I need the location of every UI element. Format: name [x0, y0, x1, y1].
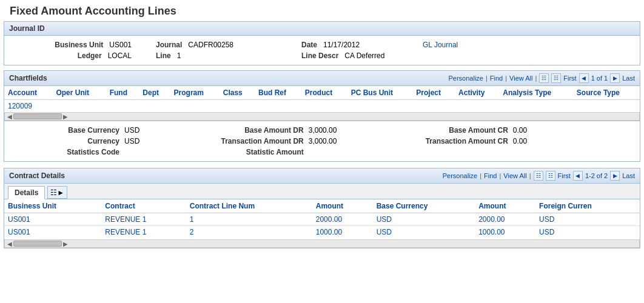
base-currency-label: Base Currency [41, 126, 119, 135]
business-unit-value: US001 [109, 41, 132, 49]
contract-table-cell: 1000.00 [475, 226, 535, 239]
contract-next-icon[interactable]: ▶ [610, 171, 620, 181]
tab-details[interactable]: Details [8, 186, 45, 199]
currency-label: Currency [41, 137, 119, 145]
horizontal-scrollbar[interactable]: ◀ ▶ [4, 112, 640, 121]
contract-table-cell: 2 [186, 226, 312, 239]
contract-grid-icon[interactable]: ☷ [534, 171, 543, 181]
contract-scrollbar-thumb[interactable] [13, 241, 62, 247]
line-descr-value: CA Deferred [344, 52, 384, 60]
grid-icon[interactable]: ☷ [539, 73, 549, 83]
gl-journal-link[interactable]: GL Journal [423, 41, 458, 49]
transaction-amount-dr-value: 3,000.00 [309, 137, 357, 145]
business-unit-label: Business Unit [55, 41, 103, 49]
find-link[interactable]: Find [490, 75, 503, 82]
date-value: 11/17/2012 [323, 41, 360, 49]
view-all-link[interactable]: View All [509, 75, 532, 82]
contract-column-header: Contract Line Num [186, 199, 312, 213]
contract-last-label[interactable]: Last [622, 172, 635, 179]
contract-table-cell: 1000.00 [312, 226, 373, 239]
chartfields-controls: Personalize | Find | View All | ☷ ☷ Firs… [448, 73, 635, 83]
scroll-left-arrow[interactable]: ◀ [7, 113, 12, 120]
column-header: PC Bus Unit [347, 86, 413, 100]
scroll-right-arrow[interactable]: ▶ [63, 113, 68, 120]
transaction-amount-dr-label: Transaction Amount DR [207, 137, 304, 145]
column-header: Source Type [573, 86, 640, 100]
table-cell [301, 100, 347, 113]
line-label: Line [156, 52, 171, 60]
contract-scroll-right-arrow[interactable]: ▶ [63, 241, 68, 247]
contract-table-row: US001REVENUE 112000.00USD2000.00USD [4, 213, 640, 226]
transaction-amount-cr-label: Transaction Amount CR [411, 137, 508, 145]
prev-icon[interactable]: ◀ [579, 73, 589, 83]
currency-value: USD [124, 137, 173, 145]
first-label[interactable]: First [563, 75, 576, 82]
contract-table-cell[interactable]: REVENUE 1 [101, 226, 186, 239]
statistic-amount-label: Statistic Amount [207, 148, 304, 156]
table-icon[interactable]: ☷ [551, 73, 561, 83]
contract-find-link[interactable]: Find [484, 172, 497, 179]
contract-table-cell: USD [373, 213, 475, 226]
contract-tabs-bar: Details ☷► [4, 184, 640, 199]
contract-table-icon[interactable]: ☷ [546, 171, 555, 181]
personalize-link[interactable]: Personalize [448, 75, 483, 82]
contract-page-info: 1-2 of 2 [585, 172, 608, 179]
contract-details-controls: Personalize | Find | View All | ☷ ☷ Firs… [443, 171, 635, 181]
chartfields-title: Chartfields [9, 74, 47, 82]
contract-table: Business UnitContractContract Line NumAm… [4, 199, 640, 238]
column-header: Project [412, 86, 455, 100]
contract-view-all-link[interactable]: View All [503, 172, 526, 179]
contract-table-cell[interactable]: US001 [4, 213, 101, 226]
ledger-value: LOCAL [108, 52, 132, 60]
contract-table-cell: USD [535, 213, 640, 226]
table-cell[interactable]: 120009 [4, 100, 52, 113]
line-descr-label: Line Descr [301, 52, 338, 60]
contract-table-cell: USD [373, 226, 475, 239]
table-cell [499, 100, 573, 113]
contract-prev-icon[interactable]: ◀ [573, 171, 583, 181]
statistics-code-label: Statistics Code [41, 148, 119, 156]
chartfields-header: Chartfields Personalize | Find | View Al… [4, 71, 640, 86]
ledger-label: Ledger [78, 52, 102, 60]
scrollbar-thumb[interactable] [13, 113, 62, 119]
line-value: 1 [177, 52, 181, 60]
contract-table-cell: 2000.00 [475, 213, 535, 226]
contract-column-header: Amount [475, 199, 535, 213]
journal-id-header: Journal ID [4, 21, 640, 36]
table-cell [139, 100, 170, 113]
contract-table-row: US001REVENUE 121000.00USD1000.00USD [4, 226, 640, 239]
contract-personalize-link[interactable]: Personalize [443, 172, 477, 179]
last-label[interactable]: Last [622, 75, 635, 82]
transaction-amount-cr-value: 0.00 [513, 137, 562, 145]
column-header: Account [4, 86, 52, 100]
table-row: 120009 [4, 100, 640, 113]
contract-details-section: Contract Details Personalize | Find | Vi… [4, 168, 640, 248]
contract-table-cell[interactable]: REVENUE 1 [101, 213, 186, 226]
base-currency-value: USD [124, 126, 173, 135]
table-cell [347, 100, 413, 113]
chartfields-table: AccountOper UnitFundDeptProgramClassBud … [4, 86, 640, 112]
contract-first-label[interactable]: First [558, 172, 571, 179]
contract-horizontal-scrollbar[interactable]: ◀ ▶ [4, 239, 640, 248]
amounts-section: Base Currency USD Base Amount DR 3,000.0… [4, 121, 640, 162]
journal-info-block: Business Unit US001 Journal CADFR00258 D… [4, 36, 640, 65]
contract-column-header: Business Unit [4, 199, 101, 213]
column-header: Program [170, 86, 220, 100]
contract-column-header: Foreign Curren [535, 199, 640, 213]
column-header: Activity [455, 86, 499, 100]
next-icon[interactable]: ▶ [610, 73, 620, 83]
column-header: Dept [139, 86, 170, 100]
journal-value: CADFR00258 [188, 41, 233, 49]
table-cell [255, 100, 301, 113]
chartfields-section: Chartfields Personalize | Find | View Al… [4, 70, 640, 121]
table-cell [52, 100, 106, 113]
contract-details-title: Contract Details [9, 171, 65, 180]
contract-table-cell: 1 [186, 213, 312, 226]
contract-scroll-left-arrow[interactable]: ◀ [7, 241, 12, 247]
table-cell [455, 100, 499, 113]
contract-table-cell[interactable]: US001 [4, 226, 101, 239]
tab-icon[interactable]: ☷► [47, 186, 67, 199]
page-title: Fixed Amount Accounting Lines [4, 0, 640, 21]
journal-label: Journal [156, 41, 182, 49]
contract-column-header: Contract [101, 199, 186, 213]
